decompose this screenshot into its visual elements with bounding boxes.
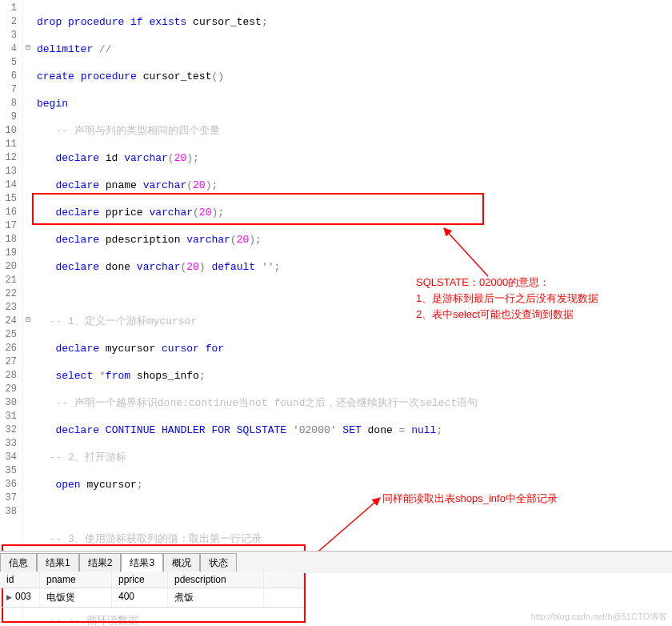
table-row[interactable]: 003 电饭煲 400 煮饭 bbox=[0, 588, 304, 608]
annotation-result: 同样能读取出表shops_info中全部记录 bbox=[382, 492, 558, 506]
fold-column: ⊟ ⊟ bbox=[22, 0, 34, 626]
grid-header: id pname pprice pdescription bbox=[0, 572, 304, 588]
annotation-sqlstate: SQLSTATE：02000的意思： 1、是游标到最后一行之后没有发现数据 2、… bbox=[416, 275, 598, 323]
col-pprice[interactable]: pprice bbox=[112, 572, 168, 588]
line-number-gutter: 12345678 910111213141516 171819202122232… bbox=[0, 0, 22, 626]
watermark: http://blog.csdn.net/b@51CTO博客 bbox=[530, 611, 667, 623]
col-pdescription[interactable]: pdescription bbox=[168, 572, 264, 588]
cell-pname: 电饭煲 bbox=[40, 588, 112, 607]
result-grid: id pname pprice pdescription 003 电饭煲 400… bbox=[0, 572, 304, 608]
cell-pdescription: 煮饭 bbox=[168, 588, 264, 607]
tab-info[interactable]: 信息 bbox=[0, 553, 37, 573]
col-pname[interactable]: pname bbox=[40, 572, 112, 588]
cell-id: 003 bbox=[0, 588, 40, 607]
tab-profile[interactable]: 概况 bbox=[163, 553, 200, 573]
tab-result1[interactable]: 结果1 bbox=[37, 553, 79, 573]
cell-pprice: 400 bbox=[112, 588, 168, 607]
col-id[interactable]: id bbox=[0, 572, 40, 588]
result-tabs: 信息 结果1 结果2 结果3 概况 状态 bbox=[0, 551, 672, 573]
tab-result3[interactable]: 结果3 bbox=[121, 553, 163, 573]
tab-status[interactable]: 状态 bbox=[200, 553, 237, 573]
tab-result2[interactable]: 结果2 bbox=[79, 553, 122, 573]
code-area[interactable]: drop procedure if exists cursor_test; de… bbox=[34, 0, 478, 626]
